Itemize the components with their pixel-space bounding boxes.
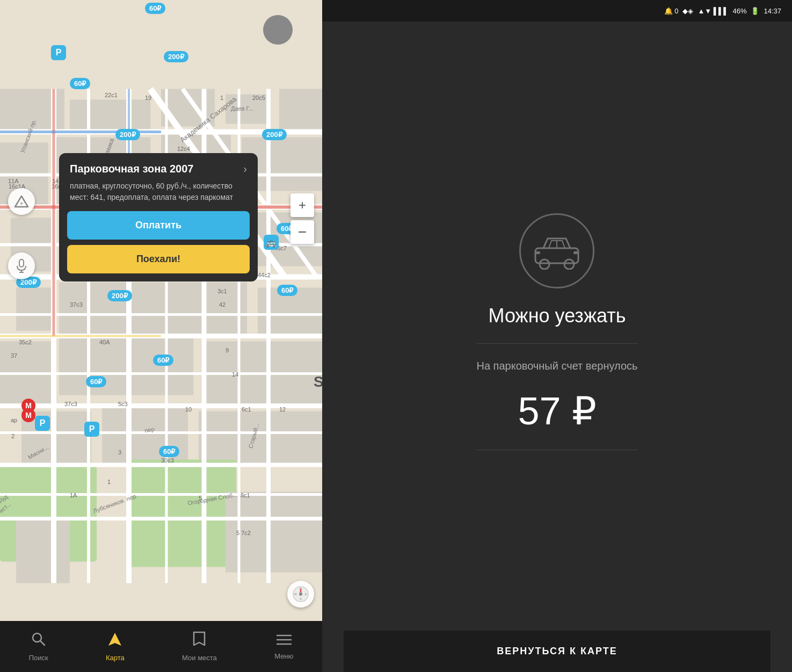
svg-point-120	[540, 259, 549, 269]
nav-item-menu[interactable]: Меню	[274, 633, 293, 660]
price-badge-map: 200₽	[107, 290, 132, 301]
amount-display: 57 ₽	[518, 388, 596, 433]
nav-bar: Поиск Карта Мои места	[0, 621, 322, 672]
svg-text:12: 12	[279, 406, 286, 413]
menu-icon	[276, 633, 292, 649]
svg-point-111	[299, 592, 302, 596]
svg-rect-123	[573, 251, 578, 254]
svg-text:35с2: 35с2	[19, 339, 32, 345]
zoom-out-button[interactable]: −	[290, 220, 314, 244]
parking-icon-3: P	[84, 422, 99, 437]
status-notifications: 🔔 0	[664, 7, 679, 15]
svg-text:9: 9	[226, 347, 229, 353]
svg-text:3с1: 3с1	[217, 288, 227, 294]
svg-text:5 7с2: 5 7с2	[236, 530, 251, 536]
svg-text:12с4: 12с4	[177, 146, 190, 152]
parking-icon-2: P	[35, 416, 50, 431]
svg-text:2: 2	[11, 433, 14, 439]
car-icon	[533, 232, 581, 270]
svg-text:E: E	[305, 592, 307, 596]
svg-text:ар: ар	[11, 417, 17, 423]
price-badge-8: 60₽	[277, 285, 297, 296]
svg-rect-22	[199, 411, 322, 465]
status-time: 14:37	[764, 7, 781, 15]
svg-text:Даев Г...: Даев Г...	[231, 105, 253, 112]
price-badge-11: 60₽	[159, 446, 179, 457]
mic-button[interactable]	[8, 252, 35, 279]
parking-popup-title: Парковочная зона 2007	[70, 163, 193, 175]
nav-item-map[interactable]: Карта	[106, 631, 125, 662]
parking-popup: Парковочная зона 2007 › платная, круглос…	[59, 153, 258, 281]
sop-label: Sop	[314, 373, 322, 391]
svg-text:1: 1	[220, 95, 223, 101]
metro-icon-2: М	[21, 408, 35, 422]
nav-item-places[interactable]: Мои места	[182, 631, 217, 662]
compass-button[interactable]: N E S W	[287, 581, 314, 608]
svg-text:37с3: 37с3	[64, 401, 77, 407]
svg-rect-5	[279, 89, 322, 132]
svg-point-121	[564, 259, 574, 269]
price-badge-10: 60₽	[86, 376, 106, 387]
svg-text:+: +	[19, 200, 23, 207]
nav-item-search[interactable]: Поиск	[29, 631, 48, 662]
price-badge-2: 200₽	[164, 51, 188, 62]
svg-rect-2	[70, 100, 150, 132]
svg-rect-25	[16, 519, 70, 583]
svg-text:19: 19	[145, 95, 151, 101]
car-icon-container	[519, 213, 594, 288]
parking-popup-description: платная, круглосуточно, 60 руб./ч., коли…	[59, 180, 258, 211]
price-badge-1: 60₽	[145, 3, 165, 14]
svg-text:20с5: 20с5	[252, 95, 265, 101]
svg-text:6с1: 6с1	[242, 406, 251, 413]
zoom-in-button[interactable]: +	[290, 193, 314, 217]
svg-text:10: 10	[185, 406, 192, 413]
nav-label-map: Карта	[106, 654, 125, 662]
nav-label-menu: Меню	[274, 652, 293, 660]
svg-text:22с1: 22с1	[105, 92, 118, 98]
status-wifi: ◆◈	[682, 7, 693, 15]
svg-line-113	[40, 641, 45, 645]
parking-icon-1: P	[51, 45, 66, 60]
svg-text:30с3: 30с3	[161, 457, 174, 464]
svg-rect-23	[129, 460, 236, 567]
right-panel: 🔔 0 ◆◈ ▲▼ ▌▌▌ 46% 🔋 14:37	[322, 0, 792, 672]
subtitle-text: На парковочный счет вернулось	[476, 360, 637, 372]
parking-popup-arrow[interactable]: ›	[243, 163, 247, 175]
svg-text:W: W	[294, 592, 297, 596]
price-badge-5: 200₽	[262, 129, 287, 140]
price-badge-4: 200₽	[115, 129, 140, 140]
svg-text:3: 3	[118, 449, 121, 456]
svg-text:37с3: 37с3	[70, 301, 83, 308]
go-button[interactable]: Поехали!	[67, 245, 250, 273]
svg-rect-122	[536, 251, 540, 254]
svg-text:5с3: 5с3	[118, 401, 128, 407]
status-battery: 46%	[732, 7, 746, 15]
return-to-map-button[interactable]: ВЕРНУТЬСЯ К КАРТЕ	[344, 631, 771, 672]
alert-button[interactable]: +	[8, 188, 35, 215]
svg-text:40А: 40А	[99, 339, 110, 345]
map-panel: 19 1 20с5 22с1 12с4 11А 14кБ 43с3 46с7 4…	[0, 0, 322, 672]
svg-text:37: 37	[11, 352, 17, 359]
svg-text:42: 42	[219, 301, 226, 308]
svg-rect-102	[19, 259, 24, 267]
svg-marker-114	[108, 633, 121, 646]
price-badge-3: 60₽	[70, 78, 90, 89]
status-battery-icon: 🔋	[751, 7, 759, 15]
svg-text:14: 14	[232, 371, 238, 378]
svg-text:44с2: 44с2	[258, 272, 271, 278]
status-bar: 🔔 0 ◆◈ ▲▼ ▌▌▌ 46% 🔋 14:37	[322, 0, 792, 21]
places-icon	[192, 631, 207, 651]
bus-icon-1: 🚌	[264, 235, 279, 250]
top-divider	[476, 343, 637, 344]
search-icon	[31, 631, 47, 651]
pay-button[interactable]: Оплатить	[67, 211, 250, 240]
main-title: Можно уезжать	[489, 305, 626, 327]
svg-text:8с1: 8с1	[241, 492, 250, 498]
nav-label-search: Поиск	[29, 654, 48, 662]
building-marker	[263, 15, 293, 45]
svg-rect-14	[16, 288, 54, 331]
price-badge-9: 60₽	[153, 355, 173, 366]
parking-popup-header: Парковочная зона 2007 ›	[59, 153, 258, 180]
svg-text:S: S	[300, 597, 302, 601]
status-signal: ▲▼ ▌▌▌	[697, 7, 728, 15]
